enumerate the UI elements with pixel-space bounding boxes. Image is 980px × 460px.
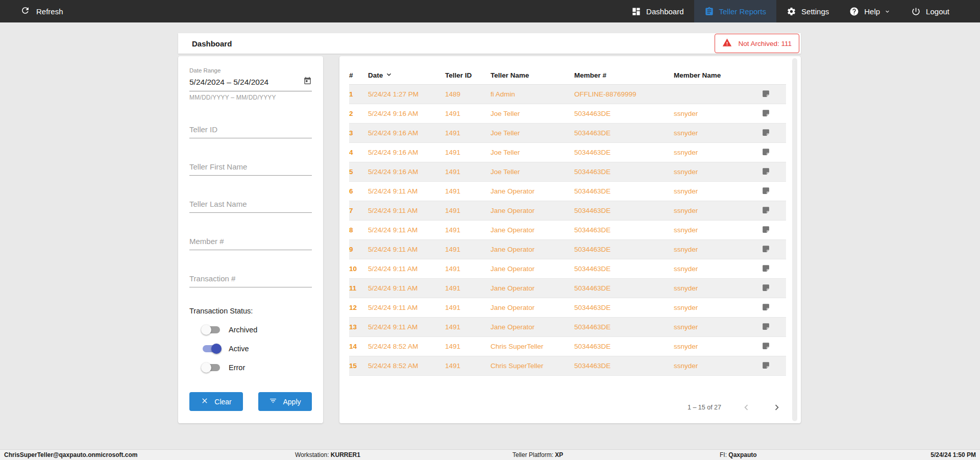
row-note-button[interactable]	[763, 206, 786, 216]
table-row[interactable]: 125/24/24 9:11 AM1491Jane Operator503446…	[349, 298, 786, 318]
row-date: 5/24/24 9:16 AM	[368, 149, 445, 156]
col-date-sortable[interactable]: Date	[368, 70, 445, 80]
calendar-icon[interactable]	[303, 77, 312, 87]
row-note-button[interactable]	[763, 167, 786, 177]
table-row[interactable]: 145/24/24 8:52 AM1491Chris SuperTeller50…	[349, 337, 786, 356]
row-teller-id: 1491	[445, 304, 491, 311]
row-teller-id: 1491	[445, 207, 491, 214]
table-row[interactable]: 135/24/24 9:11 AM1491Jane Operator503446…	[349, 318, 786, 337]
nav-item-teller-reports[interactable]: Teller Reports	[694, 0, 777, 22]
table-row[interactable]: 75/24/24 9:11 AM1491Jane Operator5034463…	[349, 201, 786, 221]
row-member-number: 5034463DE	[574, 323, 674, 331]
row-teller-id: 1491	[445, 110, 491, 117]
row-member-name: ssnyder	[674, 110, 763, 117]
row-note-button[interactable]	[763, 361, 786, 371]
teller-last-name-input[interactable]	[189, 197, 312, 213]
row-teller-id: 1491	[445, 168, 491, 176]
toggle-switch[interactable]	[203, 345, 220, 352]
transaction-status-label: Transaction Status:	[189, 307, 312, 315]
row-teller-id: 1491	[445, 362, 491, 370]
row-note-button[interactable]	[763, 342, 786, 352]
row-note-button[interactable]	[763, 109, 786, 119]
toggle-switch[interactable]	[203, 364, 220, 371]
table-row[interactable]: 55/24/24 9:16 AM1491Joe Teller5034463DEs…	[349, 162, 786, 182]
row-date: 5/24/24 9:16 AM	[368, 110, 445, 117]
date-range-input[interactable]	[189, 78, 303, 87]
row-note-button[interactable]	[763, 264, 786, 274]
row-teller-name: Chris SuperTeller	[491, 343, 574, 350]
nav-item-settings[interactable]: Settings	[776, 0, 839, 22]
nav-item-label: Dashboard	[646, 7, 683, 16]
teller-first-name-input[interactable]	[189, 159, 312, 176]
nav-item-label: Help	[864, 7, 880, 16]
fi-info: FI: Qaxpauto	[720, 451, 757, 458]
note-icon	[763, 264, 770, 274]
toggle-switch[interactable]	[203, 326, 220, 333]
toggle-archived[interactable]: Archived	[203, 326, 312, 334]
filter-actions: Clear Apply	[189, 392, 312, 411]
table-row[interactable]: 65/24/24 9:11 AM1491Jane Operator5034463…	[349, 182, 786, 201]
row-teller-id: 1491	[445, 284, 491, 292]
row-date: 5/24/24 9:16 AM	[368, 168, 445, 176]
row-number: 11	[349, 284, 368, 292]
clear-button[interactable]: Clear	[189, 392, 243, 411]
row-note-button[interactable]	[763, 245, 786, 255]
note-icon	[763, 283, 770, 294]
table-row[interactable]: 95/24/24 9:11 AM1491Jane Operator5034463…	[349, 240, 786, 259]
apply-button[interactable]: Apply	[258, 392, 312, 411]
not-archived-badge[interactable]: Not Archived: 111	[715, 34, 799, 53]
row-number: 13	[349, 323, 368, 331]
table-row[interactable]: 35/24/24 9:16 AM1491Joe Teller5034463DEs…	[349, 124, 786, 143]
transaction-number-input[interactable]	[189, 271, 312, 287]
teller-id-input[interactable]	[189, 122, 312, 138]
row-member-name: ssnyder	[674, 362, 763, 370]
row-number: 14	[349, 343, 368, 350]
next-page-button[interactable]	[771, 402, 782, 413]
table-row[interactable]: 15/24/24 1:27 PM1489fi AdminOFFLINE-8876…	[349, 85, 786, 104]
pagination-range-label: 1 – 15 of 27	[688, 404, 721, 411]
power-icon	[911, 7, 921, 16]
row-member-name: ssnyder	[674, 246, 763, 253]
toggle-label: Archived	[229, 326, 257, 334]
refresh-icon	[20, 6, 30, 17]
nav-item-help[interactable]: Help	[839, 0, 901, 22]
note-icon	[763, 225, 770, 235]
previous-page-button[interactable]	[741, 402, 752, 413]
row-note-button[interactable]	[763, 303, 786, 313]
table-row[interactable]: 45/24/24 9:16 AM1491Joe Teller5034463DEs…	[349, 143, 786, 162]
row-member-number: 5034463DE	[574, 110, 674, 117]
table-row[interactable]: 155/24/24 8:52 AM1491Chris SuperTeller50…	[349, 356, 786, 376]
teller-app-page: Refresh DashboardTeller ReportsSettingsH…	[0, 0, 980, 460]
row-member-number: 5034463DE	[574, 304, 674, 311]
table-row[interactable]: 105/24/24 9:11 AM1491Jane Operator503446…	[349, 259, 786, 279]
table-row[interactable]: 25/24/24 9:16 AM1491Joe Teller5034463DEs…	[349, 104, 786, 124]
row-note-button[interactable]	[763, 148, 786, 158]
row-note-button[interactable]	[763, 186, 786, 197]
table-scrollbar[interactable]	[792, 58, 797, 421]
row-number: 15	[349, 362, 368, 370]
nav-item-logout[interactable]: Logout	[901, 0, 960, 22]
row-teller-name: Joe Teller	[491, 110, 574, 117]
row-note-button[interactable]	[763, 89, 786, 100]
dashboard-icon	[631, 7, 641, 16]
row-number: 7	[349, 207, 368, 214]
table-body: 15/24/24 1:27 PM1489fi AdminOFFLINE-8876…	[349, 85, 786, 376]
row-note-button[interactable]	[763, 225, 786, 235]
toggle-error[interactable]: Error	[203, 364, 312, 372]
table-row[interactable]: 85/24/24 9:11 AM1491Jane Operator5034463…	[349, 221, 786, 240]
header-bar: Dashboard Not Archived: 111	[178, 33, 801, 54]
filter-inputs	[189, 101, 312, 287]
row-teller-name: Jane Operator	[491, 304, 574, 311]
status-bar: ChrisSuperTeller@qaxpauto.onmicrosoft.co…	[0, 449, 980, 460]
table-row[interactable]: 115/24/24 9:11 AM1491Jane Operator503446…	[349, 279, 786, 298]
help-icon	[849, 7, 859, 16]
row-note-button[interactable]	[763, 322, 786, 332]
member-number-input[interactable]	[189, 234, 312, 250]
nav-item-dashboard[interactable]: Dashboard	[621, 0, 694, 22]
date-range-helper: MM/DD/YYYY – MM/DD/YYYY	[189, 94, 312, 101]
row-note-button[interactable]	[763, 128, 786, 138]
refresh-button[interactable]: Refresh	[20, 6, 63, 17]
note-icon	[763, 342, 770, 352]
toggle-active[interactable]: Active	[203, 345, 312, 353]
row-note-button[interactable]	[763, 283, 786, 294]
